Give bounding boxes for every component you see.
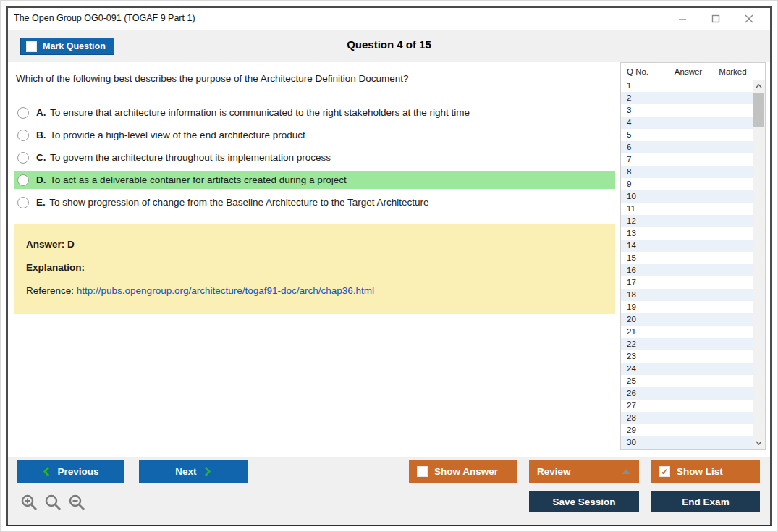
question-list-row[interactable]: 1 — [621, 80, 753, 92]
option-row[interactable]: B. To provide a high-level view of the e… — [14, 124, 615, 146]
minimize-icon[interactable] — [666, 9, 699, 29]
app-window: The Open Group OG0-091 (TOGAF 9 Part 1) … — [6, 6, 772, 526]
explanation-label: Explanation: — [26, 262, 604, 273]
radio-icon[interactable] — [17, 130, 29, 141]
review-label: Review — [537, 466, 571, 477]
question-list-row[interactable]: 11 — [621, 203, 753, 215]
window-titlebar: The Open Group OG0-091 (TOGAF 9 Part 1) — [8, 8, 770, 30]
show-list-button[interactable]: Show List — [651, 460, 760, 483]
chevron-right-icon — [204, 466, 211, 477]
question-list-body: 1234567891011121314151617181920212223242… — [621, 80, 753, 449]
scroll-up-icon[interactable] — [753, 80, 765, 92]
bottom-bar: Previous Next Show Answer Review Show Li… — [8, 457, 770, 525]
question-list-row[interactable]: 22 — [621, 338, 753, 350]
reference-link[interactable]: http://pubs.opengroup.org/architecture/t… — [77, 285, 374, 296]
question-counter: Question 4 of 15 — [8, 38, 770, 51]
option-row[interactable]: C. To govern the architecture throughout… — [14, 146, 615, 169]
zoom-controls — [20, 494, 87, 512]
question-list-row[interactable]: 7 — [621, 153, 753, 166]
close-icon[interactable] — [732, 9, 766, 29]
option-text: C. To govern the architecture throughout… — [36, 152, 331, 163]
end-exam-button[interactable]: End Exam — [651, 491, 760, 512]
question-list-row[interactable]: 15 — [621, 252, 753, 264]
scroll-down-icon[interactable] — [753, 437, 765, 449]
question-list-row[interactable]: 9 — [621, 178, 753, 190]
question-list-row[interactable]: 6 — [621, 141, 753, 153]
question-list-row[interactable]: 25 — [621, 375, 753, 387]
question-list-panel: Q No. Answer Marked 12345678910111213141… — [620, 62, 766, 450]
zoom-in-icon[interactable] — [20, 494, 39, 512]
radio-icon[interactable] — [17, 152, 29, 164]
chevron-left-icon — [43, 466, 50, 477]
show-answer-button[interactable]: Show Answer — [409, 460, 517, 483]
question-list-row[interactable]: 26 — [621, 387, 753, 400]
desktop-background: The Open Group OG0-091 (TOGAF 9 Part 1) … — [0, 0, 778, 532]
next-label: Next — [175, 466, 196, 477]
question-list-row[interactable]: 3 — [621, 104, 753, 117]
previous-button[interactable]: Previous — [17, 460, 124, 483]
reference-prefix: Reference: — [26, 285, 77, 296]
save-session-label: Save Session — [552, 497, 615, 507]
question-list-row[interactable]: 24 — [621, 363, 753, 375]
options-list: A. To ensure that architecture informati… — [14, 101, 615, 214]
option-text: B. To provide a high-level view of the e… — [36, 130, 305, 140]
option-row[interactable]: D. To act as a deliverable container for… — [14, 171, 615, 189]
review-dropdown[interactable]: Review — [529, 460, 639, 483]
zoom-reset-icon[interactable] — [44, 494, 63, 512]
question-list-row[interactable]: 2 — [621, 92, 753, 104]
question-list-row[interactable]: 28 — [621, 412, 753, 424]
content-area: Which of the following best describes th… — [8, 62, 770, 457]
question-list-row[interactable]: 30 — [621, 436, 753, 449]
save-session-button[interactable]: Save Session — [529, 491, 639, 512]
window-title: The Open Group OG0-091 (TOGAF 9 Part 1) — [14, 13, 195, 23]
option-text: D. To act as a deliverable container for… — [36, 174, 347, 185]
question-list-row[interactable]: 10 — [621, 190, 753, 203]
question-list-row[interactable]: 13 — [621, 227, 753, 240]
column-qno: Q No. — [621, 67, 664, 76]
question-list-header: Q No. Answer Marked — [621, 63, 765, 80]
next-button[interactable]: Next — [139, 460, 248, 483]
option-text: E. To show progression of change from th… — [36, 197, 429, 208]
question-list-row[interactable]: 14 — [621, 240, 753, 252]
radio-icon[interactable] — [17, 107, 29, 119]
question-list-row[interactable]: 29 — [621, 424, 753, 436]
column-marked: Marked — [712, 67, 765, 76]
zoom-out-icon[interactable] — [68, 494, 87, 512]
show-answer-label: Show Answer — [434, 466, 498, 477]
option-row[interactable]: E. To show progression of change from th… — [14, 191, 615, 214]
option-text: A. To ensure that architecture informati… — [36, 107, 470, 118]
checkbox-icon — [417, 466, 428, 477]
answer-box: Answer: D Explanation: Reference: http:/… — [14, 224, 615, 314]
question-list-row[interactable]: 21 — [621, 326, 753, 338]
question-list-row[interactable]: 23 — [621, 350, 753, 363]
previous-label: Previous — [57, 466, 98, 477]
header-band: Mark Question Question 4 of 15 — [8, 30, 770, 62]
column-answer: Answer — [664, 67, 712, 76]
scrollbar-thumb[interactable] — [753, 93, 764, 127]
question-list-row[interactable]: 27 — [621, 400, 753, 412]
window-controls — [666, 8, 766, 30]
reference-line: Reference: http://pubs.opengroup.org/arc… — [26, 285, 604, 296]
end-exam-label: End Exam — [682, 497, 729, 507]
question-list-row[interactable]: 12 — [621, 215, 753, 227]
question-list-row[interactable]: 5 — [621, 129, 753, 141]
question-list-row[interactable]: 19 — [621, 301, 753, 313]
question-list-row[interactable]: 8 — [621, 166, 753, 178]
question-list-row[interactable]: 20 — [621, 313, 753, 326]
radio-icon[interactable] — [17, 197, 29, 208]
question-list-row[interactable]: 16 — [621, 264, 753, 276]
checkbox-checked-icon — [659, 466, 670, 477]
question-list-row[interactable]: 17 — [621, 276, 753, 289]
option-row[interactable]: A. To ensure that architecture informati… — [14, 101, 615, 124]
answer-value: Answer: D — [26, 239, 604, 250]
question-list-row[interactable]: 18 — [621, 289, 753, 301]
question-text: Which of the following best describes th… — [16, 73, 409, 84]
triangle-up-icon — [622, 469, 630, 474]
radio-icon[interactable] — [17, 174, 29, 186]
scrollbar[interactable] — [753, 80, 765, 449]
maximize-icon[interactable] — [699, 9, 732, 29]
show-list-label: Show List — [677, 466, 723, 477]
question-list-row[interactable]: 4 — [621, 117, 753, 129]
